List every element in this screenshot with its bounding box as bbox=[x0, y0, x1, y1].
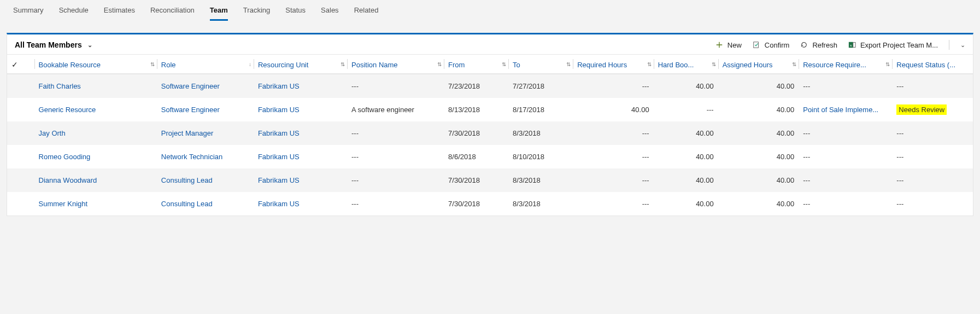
cell: Fabrikam US bbox=[254, 145, 347, 168]
cell: 40.00 bbox=[718, 121, 799, 145]
sort-icon[interactable]: ⇅ bbox=[341, 61, 344, 67]
col-assigned-hours[interactable]: Assigned Hours⇅ bbox=[718, 55, 799, 74]
cell: 7/30/2018 bbox=[444, 192, 508, 216]
cell: Needs Review bbox=[892, 98, 973, 121]
cell: 8/3/2018 bbox=[508, 121, 573, 145]
role-link[interactable]: Software Engineer bbox=[161, 82, 220, 90]
view-selector[interactable]: All Team Members ⌄ bbox=[15, 40, 92, 49]
tab-schedule[interactable]: Schedule bbox=[59, 0, 89, 21]
col-bookable-resource[interactable]: Bookable Resource⇅ bbox=[34, 55, 157, 74]
cell: Summer Knight bbox=[34, 192, 157, 216]
tab-reconciliation[interactable]: Reconciliation bbox=[150, 0, 195, 21]
refresh-button[interactable]: Refresh bbox=[800, 41, 837, 49]
col-position-name[interactable]: Position Name⇅ bbox=[347, 55, 444, 74]
cell bbox=[7, 74, 34, 98]
cell: --- bbox=[573, 192, 654, 216]
confirm-button[interactable]: Confirm bbox=[753, 41, 790, 49]
unit-link[interactable]: Fabrikam US bbox=[258, 129, 300, 137]
role-link[interactable]: Software Engineer bbox=[161, 106, 220, 114]
col-from[interactable]: From⇅ bbox=[444, 55, 508, 74]
tab-summary[interactable]: Summary bbox=[13, 0, 44, 21]
role-link[interactable]: Network Technician bbox=[161, 153, 222, 161]
svg-rect-0 bbox=[754, 42, 759, 48]
cell: 8/3/2018 bbox=[508, 168, 573, 192]
table-row[interactable]: Faith CharlesSoftware EngineerFabrikam U… bbox=[7, 74, 973, 98]
new-label: New bbox=[727, 41, 742, 49]
sort-icon[interactable]: ⇅ bbox=[885, 61, 889, 67]
cell: --- bbox=[799, 192, 892, 216]
resource-link[interactable]: Faith Charles bbox=[39, 82, 81, 90]
unit-link[interactable]: Fabrikam US bbox=[258, 153, 300, 161]
excel-icon: x bbox=[848, 41, 856, 49]
unit-link[interactable]: Fabrikam US bbox=[258, 176, 300, 184]
tab-estimates[interactable]: Estimates bbox=[104, 0, 135, 21]
sort-icon[interactable]: ⇅ bbox=[792, 61, 795, 67]
sort-icon[interactable]: ⇅ bbox=[647, 61, 650, 67]
cell: 40.00 bbox=[654, 192, 718, 216]
resource-link[interactable]: Jay Orth bbox=[39, 129, 66, 137]
cell: Jay Orth bbox=[34, 121, 157, 145]
cell: --- bbox=[654, 98, 718, 121]
check-icon: ✓ bbox=[11, 60, 18, 69]
col-to[interactable]: To⇅ bbox=[508, 55, 573, 74]
chevron-down-icon: ⌄ bbox=[87, 42, 92, 49]
cell: --- bbox=[347, 74, 444, 98]
refresh-icon bbox=[800, 41, 808, 49]
cell bbox=[7, 145, 34, 168]
cell: Consulting Lead bbox=[157, 168, 254, 192]
cell: 40.00 bbox=[718, 98, 799, 121]
cell: 40.00 bbox=[718, 145, 799, 168]
plus-icon bbox=[715, 41, 723, 49]
tab-related[interactable]: Related bbox=[354, 0, 379, 21]
col-hard-booked[interactable]: Hard Boo...⇅ bbox=[654, 55, 718, 74]
cell: Point of Sale Impleme... bbox=[799, 98, 892, 121]
cell: 7/30/2018 bbox=[444, 168, 508, 192]
tab-sales[interactable]: Sales bbox=[321, 0, 339, 21]
resource-link[interactable]: Generic Resource bbox=[39, 106, 96, 114]
cell: Fabrikam US bbox=[254, 121, 347, 145]
more-commands-button[interactable]: ⌄ bbox=[960, 42, 965, 49]
grid-header-row: ✓ Bookable Resource⇅ Role↓ Resourcing Un… bbox=[7, 55, 973, 74]
export-button[interactable]: x Export Project Team M... bbox=[848, 41, 938, 49]
unit-link[interactable]: Fabrikam US bbox=[258, 82, 300, 90]
table-row[interactable]: Generic ResourceSoftware EngineerFabrika… bbox=[7, 98, 973, 121]
col-role[interactable]: Role↓ bbox=[157, 55, 254, 74]
cell: --- bbox=[799, 121, 892, 145]
unit-link[interactable]: Fabrikam US bbox=[258, 106, 300, 114]
resource-link[interactable]: Dianna Woodward bbox=[39, 176, 97, 184]
sort-icon[interactable]: ⇅ bbox=[502, 61, 505, 67]
requirement-link[interactable]: Point of Sale Impleme... bbox=[803, 106, 878, 114]
sort-icon[interactable]: ↓ bbox=[249, 61, 250, 67]
table-row[interactable]: Jay OrthProject ManagerFabrikam US---7/3… bbox=[7, 121, 973, 145]
table-row[interactable]: Romeo GoodingNetwork TechnicianFabrikam … bbox=[7, 145, 973, 168]
col-resource-req[interactable]: Resource Require...⇅ bbox=[799, 55, 892, 74]
tab-status[interactable]: Status bbox=[285, 0, 306, 21]
sort-icon[interactable]: ⇅ bbox=[566, 61, 570, 67]
sort-icon[interactable]: ⇅ bbox=[437, 61, 441, 67]
role-link[interactable]: Consulting Lead bbox=[161, 176, 213, 184]
cell bbox=[7, 121, 34, 145]
col-request-status[interactable]: Request Status (... bbox=[892, 55, 973, 74]
cell: 8/17/2018 bbox=[508, 98, 573, 121]
view-title: All Team Members bbox=[15, 40, 82, 49]
resource-link[interactable]: Summer Knight bbox=[39, 200, 88, 208]
table-row[interactable]: Summer KnightConsulting LeadFabrikam US-… bbox=[7, 192, 973, 216]
col-resourcing-unit[interactable]: Resourcing Unit⇅ bbox=[254, 55, 347, 74]
new-button[interactable]: New bbox=[715, 41, 742, 49]
role-link[interactable]: Project Manager bbox=[161, 129, 213, 137]
col-required-hours[interactable]: Required Hours⇅ bbox=[573, 55, 654, 74]
sort-icon[interactable]: ⇅ bbox=[712, 61, 715, 67]
table-row[interactable]: Dianna WoodwardConsulting LeadFabrikam U… bbox=[7, 168, 973, 192]
tab-team[interactable]: Team bbox=[210, 0, 228, 21]
tab-tracking[interactable]: Tracking bbox=[243, 0, 270, 21]
unit-link[interactable]: Fabrikam US bbox=[258, 200, 300, 208]
svg-text:x: x bbox=[850, 43, 852, 48]
cell: 8/3/2018 bbox=[508, 192, 573, 216]
sort-icon[interactable]: ⇅ bbox=[150, 61, 154, 67]
confirm-label: Confirm bbox=[765, 41, 790, 49]
cell bbox=[7, 98, 34, 121]
cell: Software Engineer bbox=[157, 98, 254, 121]
resource-link[interactable]: Romeo Gooding bbox=[39, 153, 91, 161]
select-all-header[interactable]: ✓ bbox=[7, 55, 34, 74]
role-link[interactable]: Consulting Lead bbox=[161, 200, 213, 208]
